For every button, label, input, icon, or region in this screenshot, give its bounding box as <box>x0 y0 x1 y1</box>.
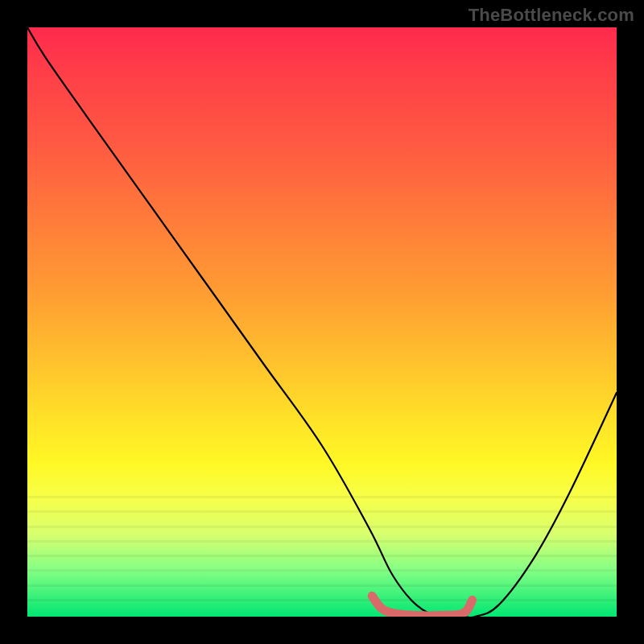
watermark-text: TheBottleneck.com <box>469 5 634 26</box>
curve-svg <box>27 27 617 617</box>
sweet-spot-marker <box>372 596 472 616</box>
bottleneck-curve <box>27 27 617 617</box>
plot-area <box>27 27 617 617</box>
chart-stage: TheBottleneck.com <box>0 0 644 644</box>
